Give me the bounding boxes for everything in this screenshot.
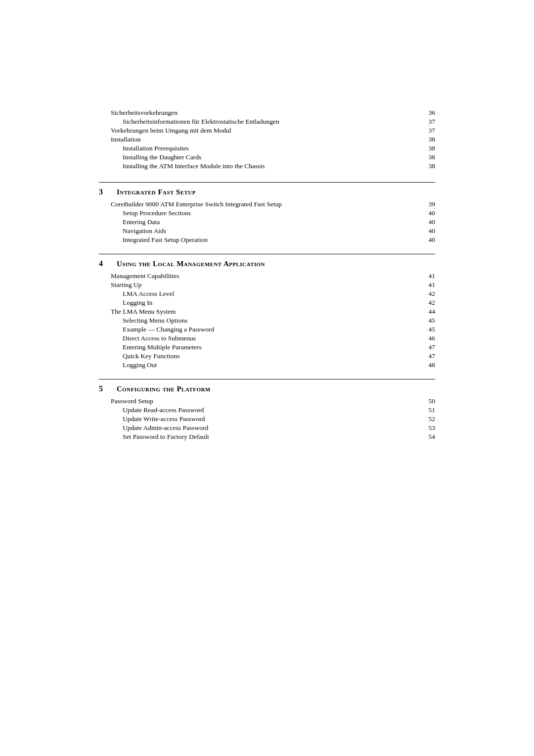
s5-entry-2-label: Update Write-access Password <box>123 415 425 423</box>
s4-entry-3-label: Logging In <box>123 299 425 307</box>
s3-entry-4: Integrated Fast Setup Operation 40 <box>123 236 435 244</box>
s5-entry-1: Update Read-access Password 51 <box>123 406 435 414</box>
s4-sub-entries-1: LMA Access Level 42 Logging In 42 <box>111 290 435 307</box>
section-5-title: Configuring the Platform <box>117 385 211 393</box>
s4-entry-1-page: 41 <box>429 281 436 289</box>
s4-entry-7: Direct Access to Submenus 46 <box>123 334 435 342</box>
s5-entry-3-page: 53 <box>429 424 436 432</box>
prior-entry-6-label: Installing the ATM Interface Module into… <box>123 162 425 170</box>
s4-entry-5-label: Selecting Menu Options <box>123 317 425 325</box>
s3-entry-1-page: 40 <box>429 209 436 217</box>
s4-entry-4: The LMA Menu System 44 <box>111 308 435 316</box>
section-3: 3 Integrated Fast Setup CoreBuilder 9000… <box>99 182 435 244</box>
s4-entry-5-page: 45 <box>429 317 436 325</box>
s4-entry-5: Selecting Menu Options 45 <box>123 317 435 325</box>
section-4: 4 Using the Local Management Application… <box>99 254 435 369</box>
s5-entry-1-page: 51 <box>429 406 436 414</box>
prior-entry-5-page: 38 <box>429 153 436 161</box>
s4-entry-1: Starting Up 41 <box>111 281 435 289</box>
page: Sicherheitsvorkehrungen 36 Sicherheitsin… <box>99 0 435 756</box>
s3-entry-3-page: 40 <box>429 227 436 235</box>
s3-entry-3: Navigation Aids 40 <box>123 227 435 235</box>
s3-entry-4-label: Integrated Fast Setup Operation <box>123 236 425 244</box>
s5-sub-entries: Update Read-access Password 51 Update Wr… <box>111 406 435 441</box>
s5-entry-1-label: Update Read-access Password <box>123 406 425 414</box>
s4-entry-9: Quick Key Functions 47 <box>123 352 435 360</box>
s4-entry-1-label: Starting Up <box>111 281 425 289</box>
s3-entry-2-page: 40 <box>429 218 436 226</box>
prior-entry-0: Sicherheitsvorkehrungen 36 <box>99 109 435 117</box>
s4-entry-10-page: 48 <box>429 361 436 369</box>
section-5-entries: Password Setup 50 Update Read-access Pas… <box>99 397 435 441</box>
s5-entry-3: Update Admin-access Password 53 <box>123 424 435 432</box>
prior-entry-3-page: 38 <box>429 136 436 143</box>
section-3-title: Integrated Fast Setup <box>117 188 196 196</box>
s4-entry-8-label: Entering Multiple Parameters <box>123 343 425 351</box>
s4-entry-4-label: The LMA Menu System <box>111 308 425 316</box>
s5-entry-4: Set Password to Factory Default 54 <box>123 433 435 441</box>
divider-5 <box>99 379 435 379</box>
prior-entry-1-label: Sicherheitsinformationen für Elektrostat… <box>123 118 425 126</box>
s5-entry-0: Password Setup 50 <box>111 397 435 405</box>
section-5-number: 5 <box>99 384 109 393</box>
prior-entry-6: Installing the ATM Interface Module into… <box>99 162 435 170</box>
s3-sub-entries: Setup Procedure Sections 40 Entering Dat… <box>111 209 435 244</box>
s4-entry-2-page: 42 <box>429 290 436 298</box>
s4-entry-9-label: Quick Key Functions <box>123 352 425 360</box>
prior-entry-1: Sicherheitsinformationen für Elektrostat… <box>99 118 435 126</box>
s4-entry-4-page: 44 <box>429 308 436 316</box>
s4-entry-8: Entering Multiple Parameters 47 <box>123 343 435 351</box>
prior-entry-5-label: Installing the Daughter Cards <box>123 153 425 161</box>
s4-entry-9-page: 47 <box>429 352 436 360</box>
s3-entry-0-page: 39 <box>429 200 436 208</box>
s3-entry-2: Entering Data 40 <box>123 218 435 226</box>
prior-entry-1-page: 37 <box>429 118 436 126</box>
s5-entry-4-page: 54 <box>429 433 436 441</box>
s4-entry-10: Logging Out 48 <box>123 361 435 369</box>
section-4-entries: Management Capabilities 41 Starting Up 4… <box>99 272 435 369</box>
s5-entry-0-label: Password Setup <box>111 397 425 405</box>
s4-entry-6-page: 45 <box>429 326 436 333</box>
s5-entry-3-label: Update Admin-access Password <box>123 424 425 432</box>
prior-entry-3: Installation 38 <box>99 136 435 143</box>
prior-entry-5: Installing the Daughter Cards 38 <box>99 153 435 161</box>
s4-entry-0-label: Management Capabilities <box>111 272 425 280</box>
prior-entry-2: Vorkehrungen beim Umgang mit dem Modul 3… <box>99 127 435 135</box>
prior-entry-0-page: 36 <box>429 109 436 117</box>
s5-entry-4-label: Set Password to Factory Default <box>123 433 425 441</box>
s4-entry-3: Logging In 42 <box>123 299 435 307</box>
prior-entry-4-page: 38 <box>429 144 436 152</box>
section-4-number: 4 <box>99 259 109 268</box>
s4-entry-7-page: 46 <box>429 334 436 342</box>
s3-entry-0-label: CoreBuilder 9000 ATM Enterprise Switch I… <box>111 200 425 208</box>
s5-entry-2: Update Write-access Password 52 <box>123 415 435 423</box>
s4-entry-8-page: 47 <box>429 343 436 351</box>
s4-entry-3-page: 42 <box>429 299 436 307</box>
s4-entry-2: LMA Access Level 42 <box>123 290 435 298</box>
s5-entry-0-page: 50 <box>429 397 436 405</box>
prior-entry-2-label: Vorkehrungen beim Umgang mit dem Modul <box>111 127 425 135</box>
prior-toc-entries: Sicherheitsvorkehrungen 36 Sicherheitsin… <box>99 109 435 170</box>
s3-entry-4-page: 40 <box>429 236 436 244</box>
section-3-entries: CoreBuilder 9000 ATM Enterprise Switch I… <box>99 200 435 244</box>
s4-entry-6: Example — Changing a Password 45 <box>123 326 435 333</box>
prior-entry-2-page: 37 <box>429 127 436 135</box>
section-3-header: 3 Integrated Fast Setup <box>99 188 435 196</box>
prior-entry-4: Installation Prerequisites 38 <box>99 144 435 152</box>
section-5-header: 5 Configuring the Platform <box>99 384 435 393</box>
divider-3 <box>99 182 435 183</box>
s4-entry-7-label: Direct Access to Submenus <box>123 334 425 342</box>
s3-entry-2-label: Entering Data <box>123 218 425 226</box>
s4-entry-6-label: Example — Changing a Password <box>123 326 425 333</box>
section-4-title: Using the Local Management Application <box>117 260 265 268</box>
s4-entry-0: Management Capabilities 41 <box>111 272 435 280</box>
section-4-header: 4 Using the Local Management Application <box>99 259 435 268</box>
s4-entry-0-page: 41 <box>429 272 436 280</box>
section-5: 5 Configuring the Platform Password Setu… <box>99 379 435 441</box>
prior-entry-0-label: Sicherheitsvorkehrungen <box>111 109 425 117</box>
prior-entry-4-label: Installation Prerequisites <box>123 144 425 152</box>
prior-entry-6-page: 38 <box>429 162 436 170</box>
prior-entry-3-label: Installation <box>111 136 425 143</box>
s4-sub-entries-2: Selecting Menu Options 45 Example — Chan… <box>111 317 435 369</box>
s4-entry-2-label: LMA Access Level <box>123 290 425 298</box>
